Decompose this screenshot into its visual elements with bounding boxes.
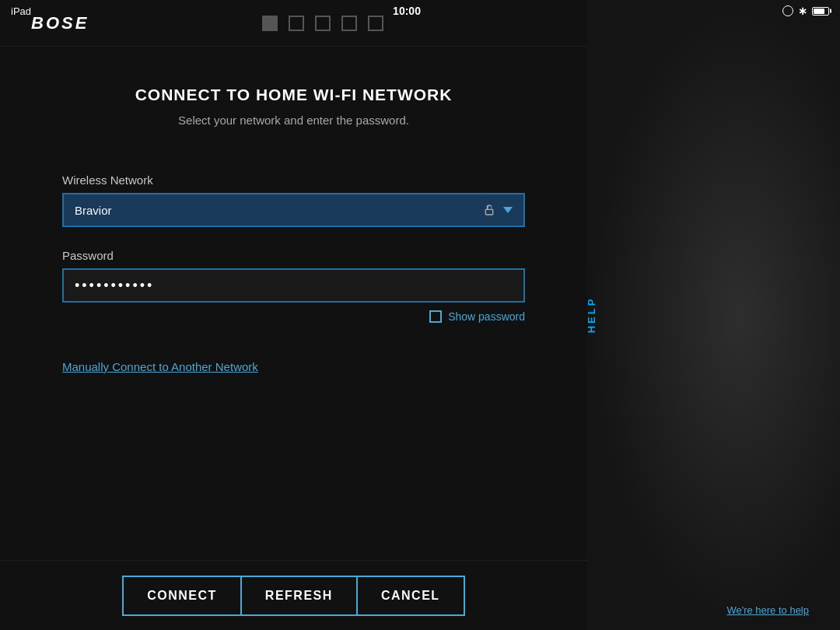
- status-right: ∗: [782, 5, 829, 17]
- main-panel: BOSE CONNECT TO HOME WI-FI NETWORK Selec…: [0, 0, 587, 630]
- show-password-label[interactable]: Show password: [448, 310, 525, 323]
- status-left: iPad: [11, 5, 31, 17]
- status-bar: iPad 10:00 ∗: [0, 0, 840, 22]
- show-password-checkbox[interactable]: [429, 310, 442, 323]
- help-tab[interactable]: HELP: [587, 297, 597, 334]
- page-subtitle: Select your network and enter the passwo…: [31, 114, 556, 127]
- network-label: Wireless Network: [62, 173, 525, 187]
- show-password-row: Show password: [62, 310, 525, 323]
- form-area: Wireless Network Bravior Password Show p…: [0, 150, 587, 560]
- battery-icon: [812, 7, 829, 16]
- cancel-button[interactable]: CANCEL: [356, 576, 465, 616]
- password-label: Password: [62, 249, 525, 262]
- airplay-icon: [782, 5, 793, 16]
- manual-connect-text[interactable]: Manually Connect to Another Network: [62, 360, 258, 373]
- right-panel: HELP: [587, 0, 840, 630]
- manual-connect-link[interactable]: Manually Connect to Another Network: [62, 345, 525, 374]
- help-link[interactable]: We're here to help: [726, 604, 809, 616]
- right-panel-bg: [587, 0, 840, 630]
- bluetooth-icon: ∗: [798, 5, 807, 17]
- status-time: 10:00: [393, 5, 421, 17]
- device-name: iPad: [11, 5, 31, 17]
- page-title-area: CONNECT TO HOME WI-FI NETWORK Select you…: [0, 47, 587, 150]
- page-title: CONNECT TO HOME WI-FI NETWORK: [31, 86, 556, 104]
- lock-icon: [483, 204, 495, 216]
- dropdown-arrow-icon: [503, 207, 513, 213]
- network-field-group: Wireless Network Bravior: [62, 173, 525, 227]
- network-icons: [483, 204, 513, 216]
- password-field-group: Password Show password: [62, 249, 525, 323]
- password-input[interactable]: [62, 268, 525, 303]
- bottom-bar: CONNECT REFRESH CANCEL: [0, 560, 587, 630]
- network-name: Bravior: [75, 204, 483, 217]
- network-selector[interactable]: Bravior: [62, 193, 525, 227]
- connect-button[interactable]: CONNECT: [122, 576, 242, 616]
- refresh-button[interactable]: REFRESH: [240, 576, 358, 616]
